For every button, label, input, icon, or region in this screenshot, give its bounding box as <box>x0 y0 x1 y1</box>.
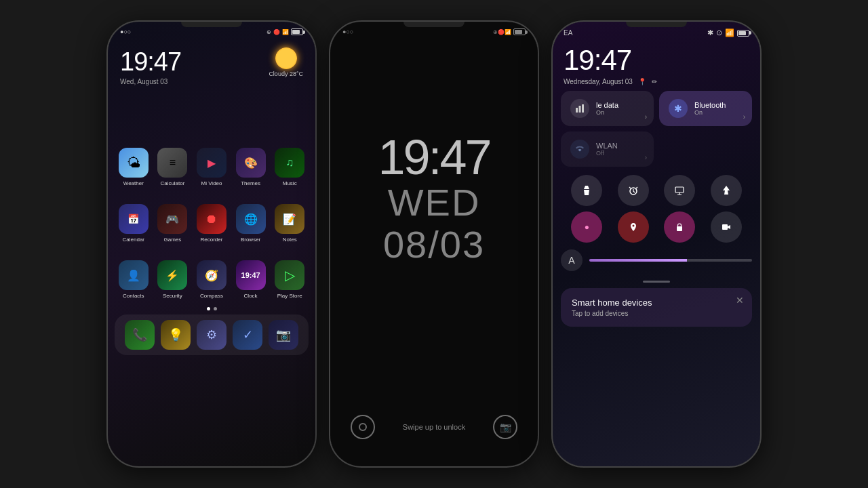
tile-wlan[interactable]: WLAN Off › <box>561 131 654 167</box>
app-label-compass: Compass <box>200 293 223 299</box>
app-label-games: Games <box>163 237 181 243</box>
app-icon-playstore: ▷ <box>275 260 304 290</box>
app-label-themes: Themes <box>241 180 260 186</box>
mobile-data-text: le data On <box>596 101 618 116</box>
phone-3: EA ✱ ⊙ 📶 19:47 Wednesday, August 03 📍 ✏ <box>551 20 762 468</box>
app-security[interactable]: ⚡ Security <box>157 260 189 299</box>
app-mivideo[interactable]: ▶ Mi Video <box>195 148 228 186</box>
brightness-control: A <box>553 245 760 277</box>
dock-flashlight[interactable]: 💡 <box>160 320 191 350</box>
app-label-music: Music <box>283 180 297 186</box>
app-playstore[interactable]: ▷ Play Store <box>273 260 306 299</box>
cc-date-area: Wednesday, August 03 📍 ✏ <box>553 77 760 91</box>
lock-circle-left[interactable] <box>351 415 375 439</box>
round-buttons-row1 <box>553 172 760 209</box>
app-icon-notes: 📝 <box>275 204 304 234</box>
app-clock[interactable]: 19:47 Clock <box>235 260 267 299</box>
lock-time: 19:47 <box>378 133 490 182</box>
tile-mobile-data[interactable]: le data On › <box>561 91 654 126</box>
dock-settings[interactable]: ⚙ <box>196 320 226 350</box>
alarm-button[interactable] <box>618 175 649 206</box>
mobile-data-status: On <box>596 109 618 116</box>
round-buttons-row2: ● <box>553 209 760 245</box>
wlan-arrow: › <box>645 154 647 161</box>
airplane-button[interactable] <box>711 175 742 206</box>
app-icon-games: 🎮 <box>157 204 187 234</box>
cc-time: 19:47 <box>553 41 760 77</box>
app-calendar[interactable]: 📅 Calendar <box>117 204 150 243</box>
svg-rect-5 <box>677 226 682 231</box>
brightness-slider[interactable] <box>589 259 752 262</box>
weather-widget[interactable]: Cloudy 28°C <box>269 47 303 77</box>
app-notes[interactable]: 📝 Notes <box>273 204 306 243</box>
tile-bluetooth[interactable]: ✱ Bluetooth On › <box>659 91 752 126</box>
cc-battery-icon <box>737 30 749 37</box>
location-button[interactable] <box>618 211 649 243</box>
quick-tiles-row2: WLAN Off › <box>553 131 760 172</box>
lock-button[interactable] <box>664 211 695 243</box>
home-clock: 19:47 Wed, August 03 <box>120 47 181 85</box>
app-icon-dock-flashlight: 💡 <box>161 320 191 350</box>
mobile-data-icon <box>570 99 589 118</box>
app-icon-clock: 19:47 <box>236 260 266 290</box>
app-recorder[interactable]: ⏺ Recorder <box>195 204 228 243</box>
smart-home-close-button[interactable]: ✕ <box>736 295 744 306</box>
status-bar-2: ●○○ ⊕🔴📶 <box>330 22 538 38</box>
app-icon-dock-settings: ⚙ <box>197 320 226 350</box>
phone-2: ●○○ ⊕🔴📶 19:47 WED 08/03 Swipe up to unlo… <box>329 20 539 468</box>
status-left-2: ●○○ <box>342 28 353 35</box>
video-button[interactable] <box>711 211 742 243</box>
svg-rect-4 <box>675 187 684 192</box>
app-themes[interactable]: 🎨 Themes <box>235 148 267 186</box>
app-weather[interactable]: 🌤 Weather <box>117 148 150 186</box>
dock-camera[interactable]: 📷 <box>269 320 299 350</box>
app-label-mivideo: Mi Video <box>201 180 222 186</box>
page-dot-2 <box>214 307 217 310</box>
app-label-browser: Browser <box>241 237 260 243</box>
app-icon-compass: 🧭 <box>197 260 226 290</box>
app-label-calculator: Calculator <box>160 180 184 186</box>
torch-button[interactable] <box>571 175 602 206</box>
app-games[interactable]: 🎮 Games <box>157 204 189 243</box>
location-icon: 📍 <box>638 78 646 85</box>
wlan-status: Off <box>596 150 618 157</box>
app-calculator[interactable]: ≡ Calculator <box>157 148 189 186</box>
cc-carrier: EA <box>564 29 572 37</box>
app-grid-row1: 🌤 Weather ≡ Calculator ▶ Mi Video 🎨 Them… <box>108 140 315 190</box>
app-icon-recorder: ⏺ <box>197 204 226 234</box>
bluetooth-status-icon: ✱ <box>707 28 713 37</box>
smart-home-title: Smart home devices <box>572 298 741 308</box>
app-browser[interactable]: 🌐 Browser <box>235 204 267 243</box>
lock-date-day: WED <box>378 182 490 224</box>
home-date: Wed, August 03 <box>120 78 181 85</box>
battery-icon-2 <box>513 28 526 35</box>
scroll-indicator <box>643 281 670 283</box>
app-icon-weather: 🌤 <box>119 148 149 178</box>
app-icon-dock-blue: ✓ <box>233 320 262 350</box>
status-left: ●○○ <box>120 28 131 35</box>
app-label-notes: Notes <box>283 237 297 243</box>
page-dot-1 <box>207 307 210 310</box>
app-contacts[interactable]: 👤 Contacts <box>117 260 150 299</box>
wlan-icon <box>570 140 589 159</box>
status-icons-1: ⊕ 🔴 📶 <box>267 28 303 35</box>
status-bar-1: ●○○ ⊕ 🔴 📶 <box>108 22 315 38</box>
dock-blue[interactable]: ✓ <box>233 320 263 350</box>
lock-date-num: 08/03 <box>378 224 490 266</box>
app-icon-contacts: 👤 <box>119 260 149 290</box>
smart-home-card[interactable]: Smart home devices Tap to add devices ✕ <box>561 288 752 327</box>
cc-status-right: ✱ ⊙ 📶 <box>707 28 749 37</box>
app-icon-browser: 🌐 <box>236 204 266 234</box>
bluetooth-status: On <box>694 109 726 116</box>
dock-phone[interactable]: 📞 <box>124 320 155 350</box>
app-music[interactable]: ♫ Music <box>273 148 306 186</box>
app-label-calendar: Calendar <box>123 237 144 243</box>
lock-circle-right[interactable]: 📷 <box>493 415 517 439</box>
svg-rect-0 <box>576 108 578 113</box>
mobile-data-arrow: › <box>645 113 647 121</box>
app-icon-dock-camera: 📷 <box>269 320 298 350</box>
app-compass[interactable]: 🧭 Compass <box>195 260 228 299</box>
app-icon-dock-phone: 📞 <box>125 320 155 350</box>
mi-ai-button[interactable]: ● <box>571 211 602 243</box>
cast-button[interactable] <box>664 175 695 206</box>
